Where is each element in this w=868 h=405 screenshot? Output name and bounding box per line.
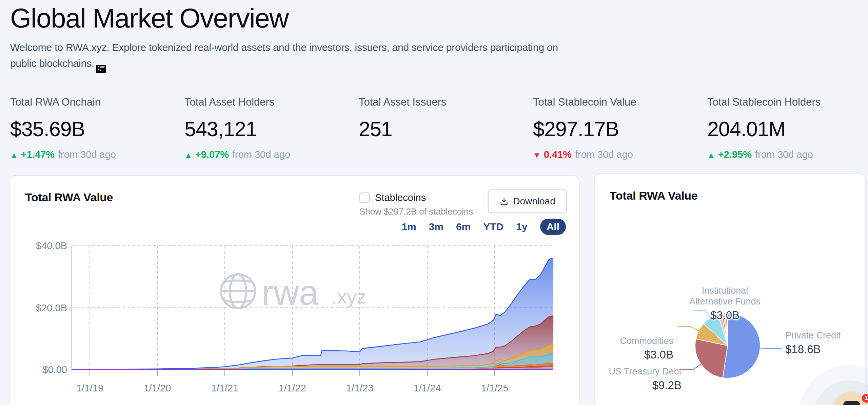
svg-text:$40.0B: $40.0B bbox=[36, 240, 67, 251]
watermark-tld: .xyz bbox=[332, 286, 367, 308]
svg-text:1/1/22: 1/1/22 bbox=[279, 383, 306, 393]
download-button-label: Download bbox=[513, 196, 555, 207]
svg-text:$0.00: $0.00 bbox=[42, 364, 67, 375]
chat-icon bbox=[843, 401, 860, 405]
rwa-xyz-watermark: rwa .xyz bbox=[221, 273, 367, 312]
stat-value: $35.69B bbox=[10, 117, 184, 141]
stat-value: 543,121 bbox=[184, 117, 359, 141]
stat-label: Total Stablecoin Holders bbox=[707, 96, 868, 108]
stat-delta: ▲+2.95%from 30d ago bbox=[707, 149, 868, 160]
stat-total-stablecoin-holders: Total Stablecoin Holders 204.01M ▲+2.95%… bbox=[707, 96, 868, 160]
pie-label-commodities: Commodities $3.0B bbox=[601, 336, 673, 362]
page-subtitle-line1: Welcome to RWA.xyz. Explore tokenized re… bbox=[10, 42, 558, 53]
stat-delta: ▲+9.07%from 30d ago bbox=[184, 149, 359, 160]
stat-label: Total Asset Holders bbox=[184, 96, 359, 108]
stat-total-asset-holders: Total Asset Holders 543,121 ▲+9.07%from … bbox=[184, 96, 359, 160]
stat-total-asset-issuers: Total Asset Issuers 251 bbox=[359, 96, 533, 160]
stat-label: Total RWA Onchain bbox=[10, 96, 184, 108]
total-rwa-value-area-chart[interactable]: 1/1/191/1/201/1/211/1/221/1/231/1/241/1/… bbox=[10, 224, 579, 405]
delta-arrow-icon: ▼ bbox=[533, 151, 541, 160]
total-rwa-value-area-card: Total RWA Value Stablecoins Show $297.2B… bbox=[9, 175, 579, 405]
stat-total-rwa-onchain: Total RWA Onchain $35.69B ▲+1.47%from 30… bbox=[10, 96, 184, 160]
chart-grid: 1/1/191/1/201/1/211/1/221/1/231/1/241/1/… bbox=[36, 240, 553, 393]
stablecoins-toggle: Stablecoins Show $297.2B of stablecoins bbox=[359, 192, 473, 217]
area-card-title: Total RWA Value bbox=[25, 191, 113, 204]
stat-label: Total Asset Issuers bbox=[359, 96, 533, 108]
svg-text:1/1/23: 1/1/23 bbox=[346, 383, 374, 393]
svg-text:1/1/21: 1/1/21 bbox=[211, 383, 239, 393]
page-subtitle-line2: public blockchains. bbox=[10, 58, 94, 69]
stat-label: Total Stablecoin Value bbox=[533, 96, 707, 108]
svg-text:1/1/24: 1/1/24 bbox=[414, 383, 441, 393]
delta-arrow-icon: ▲ bbox=[10, 151, 18, 160]
watermark-word: rwa bbox=[262, 273, 319, 312]
stablecoins-checkbox-label[interactable]: Stablecoins bbox=[375, 192, 426, 203]
stat-delta: ▲+1.47%from 30d ago bbox=[10, 149, 184, 160]
page-subtitle: Welcome to RWA.xyz. Explore tokenized re… bbox=[10, 39, 558, 73]
stablecoins-sub-label: Show $297.2B of stablecoins bbox=[359, 206, 473, 217]
stat-value: 251 bbox=[359, 117, 533, 141]
pie-label-us-treasury-debt: US Treasury Debt $9.2B bbox=[597, 366, 682, 392]
stats-row: Total RWA Onchain $35.69B ▲+1.47%from 30… bbox=[10, 96, 868, 160]
pie-label-institutional-alternative-funds: Institutional Alternative Funds $3.0B bbox=[686, 286, 764, 322]
svg-text:1/1/20: 1/1/20 bbox=[144, 383, 171, 393]
svg-text:1/1/19: 1/1/19 bbox=[76, 383, 104, 393]
page-title: Global Market Overview bbox=[10, 3, 558, 34]
stat-value: $297.17B bbox=[533, 117, 707, 141]
pie-label-private-credit: Private Credit $18.6B bbox=[785, 330, 841, 356]
delta-arrow-icon: ▲ bbox=[184, 151, 192, 160]
download-button[interactable]: Download bbox=[488, 189, 567, 213]
missing-glyph-icon: 0X8X8X bbox=[96, 65, 106, 73]
stat-total-stablecoin-value: Total Stablecoin Value $297.17B ▼0.41%fr… bbox=[533, 96, 707, 160]
stat-value: 204.01M bbox=[707, 117, 868, 141]
svg-text:$20.0B: $20.0B bbox=[36, 302, 67, 313]
chat-widget[interactable]: 1 bbox=[797, 360, 868, 405]
page-header: Global Market Overview Welcome to RWA.xy… bbox=[10, 3, 558, 73]
svg-text:1/1/25: 1/1/25 bbox=[481, 383, 509, 393]
delta-arrow-icon: ▲ bbox=[707, 151, 715, 160]
stablecoins-checkbox[interactable] bbox=[359, 192, 370, 203]
stat-delta: ▼0.41%from 30d ago bbox=[533, 149, 707, 160]
download-icon bbox=[499, 197, 509, 206]
